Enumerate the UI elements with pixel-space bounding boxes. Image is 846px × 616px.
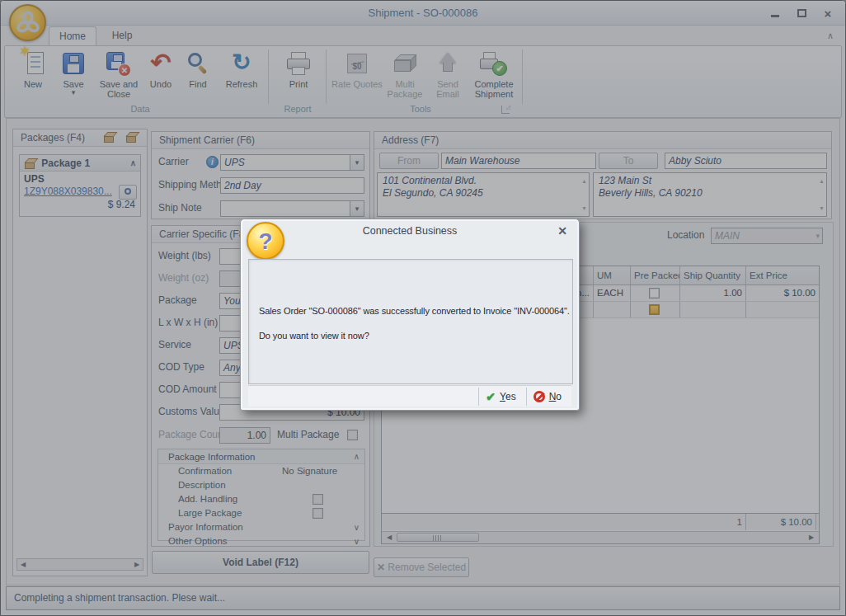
dialog-message-line2: Do you want to view it now? bbox=[259, 331, 369, 341]
question-icon: ? bbox=[247, 222, 284, 260]
no-button[interactable]: No bbox=[526, 388, 571, 406]
check-icon: ✔ bbox=[486, 390, 496, 403]
dialog-close-button[interactable]: ✕ bbox=[556, 224, 569, 237]
yes-button[interactable]: ✔ Yes bbox=[478, 388, 525, 406]
dialog-message-line1: Sales Order "SO-000086" was successfully… bbox=[259, 306, 570, 316]
shipment-window: Shipment - SO-000086 × Home Help ∧ ✶ New… bbox=[0, 0, 846, 616]
connected-business-dialog: Connected Business ✕ ? Sales Order "SO-0… bbox=[240, 219, 580, 411]
no-entry-icon bbox=[533, 391, 545, 402]
dialog-message-panel: Sales Order "SO-000086" was successfully… bbox=[248, 259, 573, 384]
dialog-button-bar: ✔ Yes No bbox=[248, 385, 571, 407]
dialog-title: Connected Business bbox=[241, 219, 579, 242]
